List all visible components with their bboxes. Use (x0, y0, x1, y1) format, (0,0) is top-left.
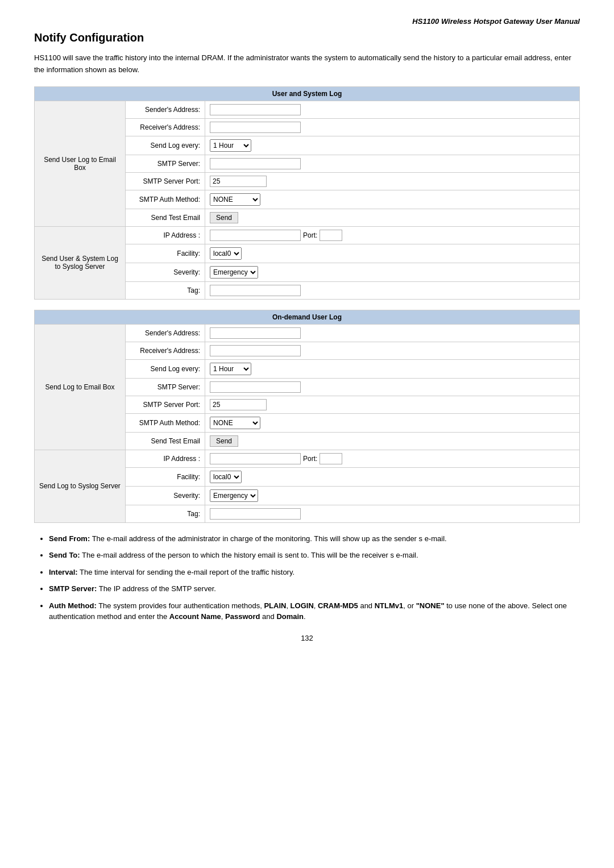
receivers-address-label: Receiver's Address: (126, 118, 205, 136)
s1-facility-select[interactable]: local0 local1 local2 local3 (210, 247, 242, 260)
s2-smtp-port-input[interactable] (210, 399, 267, 410)
s1-severity-select[interactable]: Emergency Alert Critical Error Warning N… (210, 266, 258, 279)
s2-smtp-server-input[interactable] (210, 381, 301, 393)
s2-smtp-auth-cell: NONE PLAIN LOGIN CRAM-MD5 NTLMv1 (205, 413, 580, 432)
s2-smtp-auth-select[interactable]: NONE PLAIN LOGIN CRAM-MD5 NTLMv1 (210, 417, 260, 429)
s1-facility-cell: local0 local1 local2 local3 (205, 244, 580, 263)
s2-send-test-email-button[interactable]: Send (210, 435, 238, 447)
bullet-list: Send From: The e-mail address of the adm… (34, 533, 580, 622)
user-system-log-table: User and System Log Send User Log to Ema… (34, 86, 580, 300)
s2-smtp-auth-label: SMTP Auth Method: (126, 413, 205, 432)
s2-tag-label: Tag: (126, 505, 205, 522)
page-title: Notify Configuration (34, 31, 580, 44)
smtp-port-cell (205, 172, 580, 190)
s2-send-test-email-label: Send Test Email (126, 432, 205, 450)
header-right: HS1100 Wireless Hotspot Gateway User Man… (34, 17, 580, 26)
s1-facility-label: Facility: (126, 244, 205, 263)
bullet-interval: Interval: The time interval for sending … (49, 567, 580, 578)
senders-address-input[interactable] (210, 104, 301, 115)
section1-header: User and System Log (35, 86, 580, 101)
s1-ip-port-cell: Port: (205, 226, 580, 244)
s2-send-test-email-cell: Send (205, 432, 580, 450)
send-user-log-email-label: Send User Log to Email Box (35, 101, 126, 226)
bullet-send-from: Send From: The e-mail address of the adm… (49, 533, 580, 545)
s2-send-log-every-cell: 1 Hour 2 Hours 6 Hours 12 Hours 24 Hours (205, 359, 580, 378)
send-user-system-syslog-label: Send User & System Log to Syslog Server (35, 226, 126, 299)
s2-facility-cell: local0 local1 local2 local3 (205, 467, 580, 486)
s2-receivers-address-cell (205, 342, 580, 359)
send-test-email-button[interactable]: Send (210, 212, 238, 223)
s1-severity-cell: Emergency Alert Critical Error Warning N… (205, 263, 580, 281)
smtp-auth-select[interactable]: NONE PLAIN LOGIN CRAM-MD5 NTLMv1 (210, 193, 260, 206)
s2-receivers-address-label: Receiver's Address: (126, 342, 205, 359)
send-log-email-label: Send Log to Email Box (35, 324, 126, 450)
s2-port-input[interactable] (320, 453, 342, 464)
s2-ip-address-input[interactable] (210, 453, 301, 464)
s2-send-log-every-label: Send Log every: (126, 359, 205, 378)
s1-tag-cell (205, 281, 580, 299)
s2-senders-address-input[interactable] (210, 327, 301, 339)
s1-ip-address-label: IP Address : (126, 226, 205, 244)
s2-ip-port-cell: Port: (205, 450, 580, 467)
receivers-address-cell (205, 118, 580, 136)
s1-tag-input[interactable] (210, 285, 301, 296)
send-log-every-cell: 1 Hour 2 Hours 6 Hours 12 Hours 24 Hours (205, 136, 580, 155)
smtp-server-label: SMTP Server: (126, 155, 205, 172)
bullet-send-to: Send To: The e-mail address of the perso… (49, 550, 580, 561)
s2-send-log-every-select[interactable]: 1 Hour 2 Hours 6 Hours 12 Hours 24 Hours (210, 363, 251, 375)
s1-severity-label: Severity: (126, 263, 205, 281)
senders-address-cell (205, 101, 580, 118)
s1-ip-address-input[interactable] (210, 230, 301, 241)
s2-severity-select[interactable]: Emergency Alert Critical Error Warning N… (210, 489, 258, 502)
send-log-every-label: Send Log every: (126, 136, 205, 155)
send-log-syslog-label: Send Log to Syslog Server (35, 450, 126, 522)
s2-smtp-port-cell (205, 396, 580, 413)
s2-smtp-server-cell (205, 378, 580, 396)
smtp-server-input[interactable] (210, 158, 301, 169)
send-log-every-select[interactable]: 1 Hour 2 Hours 6 Hours 12 Hours 24 Hours (210, 139, 251, 152)
s2-facility-label: Facility: (126, 467, 205, 486)
s2-ip-address-label: IP Address : (126, 450, 205, 467)
receivers-address-input[interactable] (210, 122, 301, 133)
s2-receivers-address-input[interactable] (210, 345, 301, 356)
ondemand-user-log-table: On-demand User Log Send Log to Email Box… (34, 310, 580, 523)
section2-header: On-demand User Log (35, 310, 580, 324)
bullet-smtp-server: SMTP Server: The IP address of the SMTP … (49, 583, 580, 595)
intro-text: HS1100 will save the traffic history int… (34, 52, 580, 76)
smtp-auth-cell: NONE PLAIN LOGIN CRAM-MD5 NTLMv1 (205, 190, 580, 209)
smtp-server-cell (205, 155, 580, 172)
s2-tag-input[interactable] (210, 508, 301, 520)
s2-severity-cell: Emergency Alert Critical Error Warning N… (205, 486, 580, 505)
s2-senders-address-cell (205, 324, 580, 342)
page-number: 132 (34, 634, 580, 642)
send-test-email-cell: Send (205, 209, 580, 226)
s2-senders-address-label: Sender's Address: (126, 324, 205, 342)
s2-tag-cell (205, 505, 580, 522)
s2-facility-select[interactable]: local0 local1 local2 local3 (210, 471, 242, 483)
s2-severity-label: Severity: (126, 486, 205, 505)
senders-address-label: Sender's Address: (126, 101, 205, 118)
send-test-email-label: Send Test Email (126, 209, 205, 226)
smtp-auth-label: SMTP Auth Method: (126, 190, 205, 209)
s1-tag-label: Tag: (126, 281, 205, 299)
smtp-port-input[interactable] (210, 176, 267, 187)
bullet-auth-method: Auth Method: The system provides four au… (49, 600, 580, 622)
s1-port-input[interactable] (320, 230, 342, 241)
s2-smtp-port-label: SMTP Server Port: (126, 396, 205, 413)
smtp-port-label: SMTP Server Port: (126, 172, 205, 190)
s2-smtp-server-label: SMTP Server: (126, 378, 205, 396)
